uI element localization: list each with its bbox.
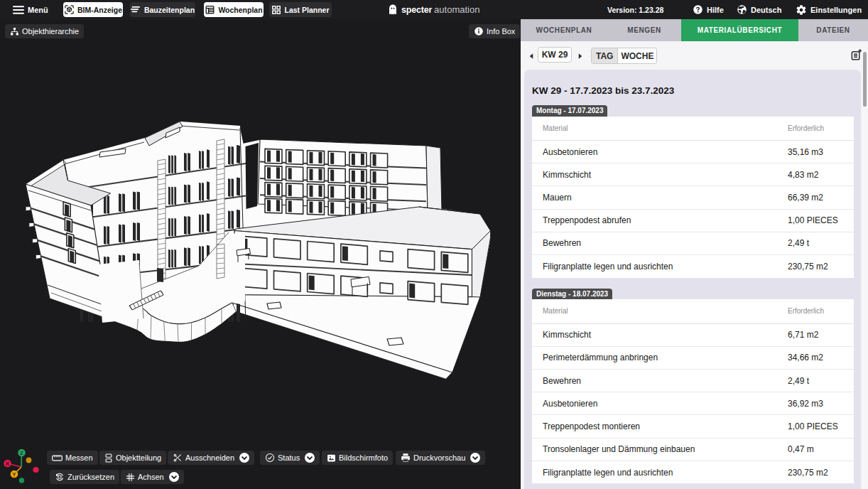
svg-text:X: X bbox=[6, 461, 10, 467]
svg-text:Y: Y bbox=[12, 471, 16, 478]
svg-text:Z: Z bbox=[20, 450, 23, 456]
